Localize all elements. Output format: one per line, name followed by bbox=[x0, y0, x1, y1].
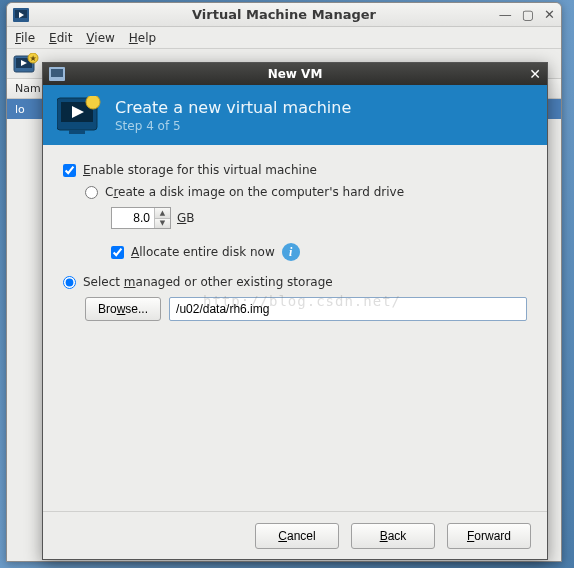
wizard-header-icon bbox=[57, 96, 101, 134]
menu-file[interactable]: File bbox=[15, 31, 35, 45]
allocate-now-label: Allocate entire disk now bbox=[131, 245, 275, 259]
menu-view[interactable]: View bbox=[86, 31, 114, 45]
app-icon bbox=[13, 8, 29, 22]
svg-text:★: ★ bbox=[29, 54, 36, 63]
main-titlebar[interactable]: Virtual Machine Manager — ▢ ✕ bbox=[7, 3, 561, 27]
forward-button[interactable]: Forward bbox=[447, 523, 531, 549]
list-header-name: Nam bbox=[15, 82, 41, 95]
dialog-titlebar[interactable]: New VM ✕ bbox=[43, 63, 547, 85]
disk-size-input[interactable] bbox=[112, 208, 154, 228]
wizard-header: Create a new virtual machine Step 4 of 5 bbox=[43, 85, 547, 145]
spin-down-icon[interactable]: ▼ bbox=[155, 219, 170, 229]
svg-rect-13 bbox=[69, 130, 85, 134]
list-item-label: lo bbox=[15, 103, 25, 116]
enable-storage-checkbox[interactable] bbox=[63, 164, 76, 177]
svg-point-14 bbox=[86, 96, 100, 109]
size-unit-label: GB bbox=[177, 211, 195, 225]
dialog-title: New VM bbox=[43, 67, 547, 81]
minimize-icon[interactable]: — bbox=[499, 7, 512, 22]
main-window-title: Virtual Machine Manager bbox=[7, 7, 561, 22]
spin-up-icon[interactable]: ▲ bbox=[155, 208, 170, 219]
menu-help[interactable]: Help bbox=[129, 31, 156, 45]
create-disk-label: Create a disk image on the computer's ha… bbox=[105, 185, 404, 199]
storage-path-input[interactable] bbox=[169, 297, 527, 321]
new-vm-toolbar-icon[interactable]: ★ bbox=[13, 53, 39, 75]
dialog-close-icon[interactable]: ✕ bbox=[529, 66, 541, 82]
svg-rect-9 bbox=[51, 69, 63, 77]
info-icon[interactable]: i bbox=[282, 243, 300, 261]
select-managed-label: Select managed or other existing storage bbox=[83, 275, 333, 289]
cancel-button[interactable]: Cancel bbox=[255, 523, 339, 549]
new-vm-dialog: New VM ✕ Create a new virtual machine St… bbox=[42, 62, 548, 560]
close-icon[interactable]: ✕ bbox=[544, 7, 555, 22]
allocate-now-checkbox[interactable] bbox=[111, 246, 124, 259]
wizard-step: Step 4 of 5 bbox=[115, 119, 351, 133]
menu-edit[interactable]: Edit bbox=[49, 31, 72, 45]
disk-size-spinbox[interactable]: ▲ ▼ bbox=[111, 207, 171, 229]
back-button[interactable]: Back bbox=[351, 523, 435, 549]
dialog-footer: Cancel Back Forward bbox=[43, 511, 547, 559]
dialog-body: Enable storage for this virtual machine … bbox=[43, 145, 547, 511]
menubar: File Edit View Help bbox=[7, 27, 561, 49]
select-managed-radio[interactable] bbox=[63, 276, 76, 289]
dialog-app-icon bbox=[49, 67, 65, 81]
browse-button[interactable]: Browse... bbox=[85, 297, 161, 321]
enable-storage-label: Enable storage for this virtual machine bbox=[83, 163, 317, 177]
maximize-icon[interactable]: ▢ bbox=[522, 7, 534, 22]
create-disk-radio[interactable] bbox=[85, 186, 98, 199]
wizard-title: Create a new virtual machine bbox=[115, 98, 351, 117]
